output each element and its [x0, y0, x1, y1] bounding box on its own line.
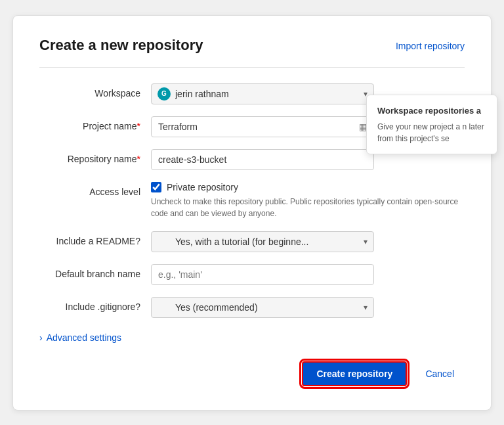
chevron-right-icon: › — [39, 332, 43, 343]
import-repository-link[interactable]: Import repository — [396, 41, 465, 51]
workspace-select-wrapper: G jerin rathnam ▾ — [151, 83, 374, 104]
branch-name-control — [151, 264, 374, 285]
readme-control: Yes, with a tutorial (for beginne... ▾ — [151, 231, 374, 252]
repository-name-input[interactable] — [151, 149, 374, 170]
branch-name-input[interactable] — [151, 264, 374, 285]
branch-name-label: Default branch name — [39, 264, 151, 279]
private-repository-checkbox[interactable] — [151, 182, 161, 192]
create-repository-dialog: Create a new repository Import repositor… — [12, 15, 492, 411]
project-name-input[interactable] — [151, 116, 374, 137]
access-level-label: Access level — [39, 182, 151, 197]
workspace-icon: G — [158, 87, 171, 101]
private-checkbox-row: Private repository — [151, 182, 465, 192]
repository-name-label: Repository name* — [39, 149, 151, 164]
readme-select-wrapper: Yes, with a tutorial (for beginne... ▾ — [151, 231, 374, 252]
readme-label: Include a README? — [39, 231, 151, 246]
gitignore-label: Include .gitignore? — [39, 297, 151, 312]
repository-name-control — [151, 149, 374, 170]
gitignore-row: Include .gitignore? Yes (recommended) ▾ — [39, 297, 465, 318]
advanced-settings-toggle[interactable]: › Advanced settings — [39, 332, 465, 343]
access-content: Private repository Uncheck to make this … — [151, 182, 465, 219]
workspace-control: G jerin rathnam ▾ — [151, 83, 374, 104]
workspace-label: Workspace — [39, 83, 151, 99]
dialog-header: Create a new repository Import repositor… — [39, 37, 465, 68]
repo-required-star: * — [137, 154, 140, 164]
create-repository-button[interactable]: Create repository — [302, 361, 407, 386]
tooltip-title: Workspace repositories a — [377, 104, 486, 118]
project-name-control: ▦ — [151, 116, 374, 137]
private-repository-label[interactable]: Private repository — [167, 182, 238, 192]
gitignore-control: Yes (recommended) ▾ — [151, 297, 374, 318]
gitignore-select-wrapper: Yes (recommended) ▾ — [151, 297, 374, 318]
page-title: Create a new repository — [39, 37, 203, 54]
access-level-row: Access level Private repository Uncheck … — [39, 182, 465, 219]
workspace-tooltip: Workspace repositories a Give your new p… — [366, 95, 497, 155]
readme-select[interactable]: Yes, with a tutorial (for beginne... — [151, 231, 374, 252]
gitignore-select[interactable]: Yes (recommended) — [151, 297, 374, 318]
readme-row: Include a README? Yes, with a tutorial (… — [39, 231, 465, 252]
workspace-select[interactable]: jerin rathnam — [151, 83, 374, 104]
project-name-label: Project name* — [39, 116, 151, 131]
cancel-button[interactable]: Cancel — [415, 363, 465, 385]
form-actions: Create repository Cancel — [39, 361, 465, 386]
branch-name-row: Default branch name — [39, 264, 465, 285]
access-hint-text: Uncheck to make this repository public. … — [151, 196, 465, 219]
advanced-settings-label: Advanced settings — [47, 332, 121, 343]
tooltip-body: Give your new project a n later from thi… — [377, 121, 486, 145]
project-required-star: * — [137, 121, 140, 131]
